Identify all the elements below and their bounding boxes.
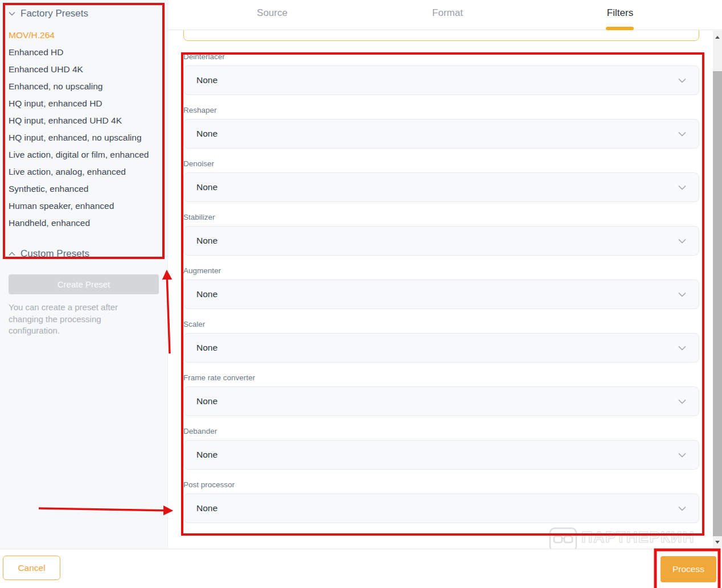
filter-label: Post processor [183, 480, 699, 490]
footer-bar: Cancel Process [0, 549, 722, 588]
factory-presets-header[interactable]: Factory Presets [9, 8, 159, 19]
debander-dropdown[interactable]: None [183, 440, 699, 470]
filters-panel: Deinterlacer None Reshaper None Denoiser… [183, 52, 699, 534]
chevron-down-icon [678, 78, 686, 83]
preset-item-synthetic[interactable]: Synthetic, enhanced [9, 183, 159, 195]
preset-item-handheld[interactable]: Handheld, enhanced [9, 217, 159, 229]
filter-group-augmenter: Augmenter None [183, 266, 699, 309]
create-preset-hint: You can create a preset after changing t… [9, 302, 152, 337]
custom-presets-header[interactable]: Custom Presets [9, 248, 159, 260]
stabilizer-dropdown[interactable]: None [183, 226, 699, 256]
tab-filters[interactable]: Filters [607, 7, 633, 19]
preset-item-mov-h264[interactable]: MOV/H.264 [9, 30, 159, 41]
filter-group-scaler: Scaler None [183, 320, 699, 363]
scroll-down-arrow-icon[interactable] [715, 541, 720, 544]
preset-item-human-speaker[interactable]: Human speaker, enhanced [9, 200, 159, 212]
preset-item-hq-enhanced-no-upscaling[interactable]: HQ input, enhanced, no upscaling [9, 132, 159, 143]
filter-group-post-processor: Post processor None [183, 480, 699, 523]
dropdown-value: None [196, 129, 218, 139]
process-button[interactable]: Process [661, 556, 716, 582]
augmenter-dropdown[interactable]: None [183, 279, 699, 309]
dropdown-value: None [196, 503, 218, 513]
filter-group-deinterlacer: Deinterlacer None [183, 52, 699, 95]
chevron-down-icon [678, 185, 686, 190]
dropdown-value: None [196, 236, 218, 246]
chevron-down-icon [678, 346, 686, 351]
vertical-scrollbar[interactable] [713, 31, 722, 548]
filter-group-frame-rate-converter: Frame rate converter None [183, 373, 699, 416]
filter-group-reshaper: Reshaper None [183, 106, 699, 149]
dropdown-value: None [196, 75, 218, 85]
create-preset-button[interactable]: Create Preset [9, 274, 159, 294]
tab-format[interactable]: Format [432, 7, 463, 19]
tab-source[interactable]: Source [257, 7, 288, 19]
scrollbar-thumb[interactable] [713, 71, 722, 536]
presets-sidebar: Factory Presets MOV/H.264 Enhanced HD En… [0, 0, 168, 548]
preset-item-live-action-analog[interactable]: Live action, analog, enhanced [9, 166, 159, 178]
dropdown-value: None [196, 343, 218, 353]
dropdown-value: None [196, 396, 218, 406]
filter-label: Scaler [183, 320, 699, 329]
factory-presets-title: Factory Presets [20, 8, 88, 19]
filter-label: Frame rate converter [183, 373, 699, 383]
filter-label: Debander [183, 427, 699, 436]
preset-item-enhanced-no-upscaling[interactable]: Enhanced, no upscaling [9, 81, 159, 92]
preset-item-enhanced-hd[interactable]: Enhanced HD [9, 47, 159, 58]
denoiser-dropdown[interactable]: None [183, 172, 699, 202]
filter-label: Augmenter [183, 266, 699, 276]
chevron-down-icon [678, 453, 686, 458]
chevron-up-icon [9, 252, 15, 256]
preset-item-enhanced-uhd-4k[interactable]: Enhanced UHD 4K [9, 64, 159, 75]
reshaper-dropdown[interactable]: None [183, 119, 699, 149]
filter-label: Denoiser [183, 159, 699, 168]
chevron-down-icon [678, 239, 686, 244]
preset-item-hq-enhanced-uhd-4k[interactable]: HQ input, enhanced UHD 4K [9, 115, 159, 126]
cancel-button[interactable]: Cancel [3, 556, 60, 580]
chevron-down-icon [9, 11, 15, 16]
filter-group-stabilizer: Stabilizer None [183, 213, 699, 256]
filter-label: Deinterlacer [183, 52, 699, 61]
filter-label: Stabilizer [183, 213, 699, 222]
custom-presets-title: Custom Presets [20, 248, 89, 260]
post-processor-dropdown[interactable]: None [183, 494, 699, 523]
filter-group-debander: Debander None [183, 427, 699, 470]
scaler-dropdown[interactable]: None [183, 333, 699, 363]
deinterlacer-dropdown[interactable]: None [183, 65, 699, 95]
preset-item-hq-enhanced-hd[interactable]: HQ input, enhanced HD [9, 98, 159, 109]
dropdown-value: None [196, 182, 218, 192]
filter-group-denoiser: Denoiser None [183, 159, 699, 202]
preset-item-live-action-digital[interactable]: Live action, digital or film, enhanced [9, 149, 159, 161]
frame-rate-converter-dropdown[interactable]: None [183, 386, 699, 416]
dropdown-value: None [196, 450, 218, 460]
chevron-down-icon [678, 292, 686, 297]
active-tab-underline [606, 27, 634, 30]
chevron-down-icon [678, 131, 686, 137]
chevron-down-icon [678, 506, 686, 511]
dropdown-value: None [196, 289, 218, 299]
scroll-up-arrow-icon[interactable] [715, 36, 720, 39]
filter-label: Reshaper [183, 106, 699, 115]
chevron-down-icon [678, 399, 686, 404]
settings-tabbar: Source Format Filters [168, 0, 722, 30]
